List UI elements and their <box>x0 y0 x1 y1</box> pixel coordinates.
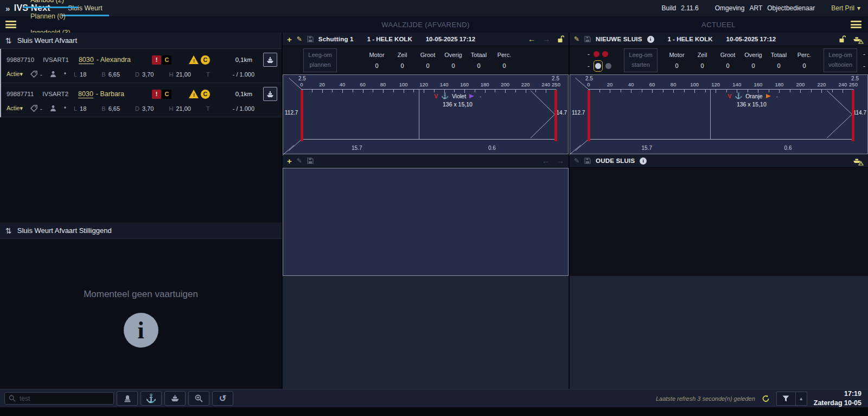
logo-chevrons-icon: » <box>5 4 10 13</box>
sort-icon[interactable]: ⇅ <box>5 36 12 45</box>
ruler-tick <box>843 90 843 93</box>
empty-state-text: Momenteel geen vaartuigen <box>84 289 198 300</box>
lock-gate-left <box>301 90 303 141</box>
leegom-voltooien-button[interactable]: Leeg-omvoltooien <box>824 48 857 72</box>
ship-row-barbara[interactable]: 99887711 IVSART2 8030 - Barbara ! C ! C … <box>1 83 282 117</box>
ship-type-code[interactable]: 8030 <box>78 90 93 98</box>
chamber-divider <box>710 90 711 139</box>
refresh-icon[interactable] <box>762 395 770 402</box>
unlock-icon[interactable] <box>839 35 846 43</box>
add-button[interactable]: + <box>287 157 292 165</box>
edit-button[interactable]: ✎ <box>574 157 579 165</box>
ruler-tick <box>610 90 610 93</box>
planning-column: + ✎ Schutting 1 1 - HELE KOLK 10-05-2025… <box>283 33 569 389</box>
time-value: 17:19 <box>844 390 861 398</box>
selected-light-frame[interactable] <box>593 60 603 72</box>
list-empty-space <box>0 117 282 223</box>
planning-stats-row: Leeg-omplannen Motor0Zeil0Groot0Overig0T… <box>283 46 569 74</box>
ruler-tick-label: 200 <box>796 81 805 87</box>
water-level-right: 114.7 <box>853 110 866 116</box>
tag-value: - <box>40 71 42 78</box>
status-badges: ! C <box>152 90 171 99</box>
previous-arrow-button[interactable]: ← <box>542 156 550 165</box>
height-value: 21,00 <box>176 71 191 78</box>
ruler-tick-minor <box>312 90 312 92</box>
anchor-button[interactable]: ⚓ <box>141 391 162 406</box>
action-dropdown[interactable]: Actie▾ <box>7 105 23 112</box>
ruler-tick-label: 250 <box>552 81 560 87</box>
ship-row-alexandra[interactable]: 99887710 IVSART1 8030 - Alexandra ! C ! … <box>1 49 282 83</box>
history-button[interactable]: ↺ <box>212 391 233 406</box>
leegom-starten-button[interactable]: Leeg-omstarten <box>624 48 658 72</box>
next-arrow-button[interactable]: → <box>557 156 564 165</box>
previous-arrow-button[interactable]: ← <box>528 35 535 43</box>
ruler-tick-label: 0 <box>587 81 590 87</box>
nav-tab-plannen[interactable]: Plannen (0) <box>23 8 78 24</box>
ruler-tick-minor <box>353 90 353 92</box>
ruler-tick <box>716 90 716 93</box>
tonnage-value: - / 1.000 <box>233 71 254 78</box>
oude-sluis-title: OUDE SLUIS <box>596 157 635 164</box>
hamburger-menu-icon[interactable] <box>5 21 16 28</box>
vessel-label[interactable]: V ⚓ Violet - <box>434 92 481 99</box>
distance-value: 0,1km <box>226 56 252 63</box>
bollard-button[interactable] <box>117 391 138 406</box>
action-dropdown[interactable]: Actie▾ <box>7 71 23 78</box>
edit-button[interactable]: ✎ <box>574 35 579 43</box>
filter-button[interactable] <box>776 392 796 406</box>
edit-button[interactable]: ✎ <box>297 157 302 165</box>
ship-detail-button[interactable] <box>263 87 277 101</box>
vessel-direction-icon <box>469 94 476 98</box>
next-arrow-button[interactable]: → <box>542 35 550 43</box>
ship-detail-button[interactable] <box>263 53 277 67</box>
user-menu[interactable]: Bert Pril ▾ <box>831 4 860 12</box>
nav-tab-aanbod[interactable]: Aanbod (2) <box>23 0 78 8</box>
ruler-tick-label: 180 <box>775 81 783 87</box>
info-icon[interactable]: i <box>640 157 647 165</box>
ruler-tick-label: 240 <box>541 81 550 87</box>
status-bar: ⚓ ↺ Laatste refresh 3 seconde(n) geleden… <box>0 389 868 407</box>
ruler-tick <box>322 90 323 93</box>
traffic-lights-right: - - <box>862 51 868 70</box>
vessel-label[interactable]: V ⚓ Oranje - <box>727 92 778 99</box>
ship-warning-icon[interactable] <box>853 35 864 44</box>
list-header-afvaart[interactable]: ⇅ Sluis Weurt Afvaart <box>0 33 282 49</box>
schutting-header: + ✎ Schutting 1 1 - HELE KOLK 10-05-2025… <box>283 33 569 46</box>
c-badge: C <box>162 90 171 99</box>
ship-source: IVSART1 <box>43 56 69 63</box>
star-marker: * <box>64 71 66 78</box>
oude-sluis-header: ✎ OUDE SLUIS i <box>570 154 868 168</box>
search-input[interactable] <box>20 395 110 402</box>
ship-warning-icon[interactable] <box>853 156 864 166</box>
unlock-icon[interactable] <box>557 35 564 43</box>
build-info: Build2.11.6 <box>662 4 699 12</box>
search-box[interactable] <box>4 392 114 405</box>
ship-id: 99887710 <box>7 56 34 63</box>
ruler-tick <box>424 90 424 93</box>
add-button[interactable]: + <box>287 35 292 43</box>
sort-icon[interactable]: ⇅ <box>5 226 12 235</box>
anchor-icon: ⚓ <box>441 92 449 99</box>
list-header-stilliggend[interactable]: ⇅ Sluis Weurt Afvaart Stilliggend <box>0 223 282 239</box>
beam-value: 6,65 <box>108 71 120 78</box>
collapse-button[interactable]: ▲ <box>795 392 807 406</box>
save-icon <box>584 36 591 42</box>
ruler-tick-minor <box>832 90 833 92</box>
kolk-mode: 1 - HELE KOLK <box>367 36 412 42</box>
gray-light <box>605 63 611 69</box>
info-icon: i <box>124 313 158 348</box>
ruler-tick <box>404 90 404 93</box>
ship-type-code[interactable]: 8030 <box>79 56 94 64</box>
hamburger-menu-icon-right[interactable] <box>851 21 861 28</box>
clock: 17:19 Zaterdag 10-05 <box>814 389 864 407</box>
ruler-tick-label: 250 <box>849 81 858 87</box>
save-icon <box>307 36 314 42</box>
status-badges: ! C <box>152 55 171 65</box>
zoom-in-button[interactable] <box>188 391 209 406</box>
edit-button[interactable]: ✎ <box>297 35 302 43</box>
vessel-list-panel: ⇅ Sluis Weurt Afvaart 99887710 IVSART1 8… <box>0 33 282 389</box>
info-icon[interactable]: i <box>647 36 654 43</box>
ruler-tick-label: 240 <box>839 81 847 87</box>
vessel-button[interactable] <box>164 391 186 406</box>
leegom-plannen-button[interactable]: Leeg-omplannen <box>303 48 337 72</box>
